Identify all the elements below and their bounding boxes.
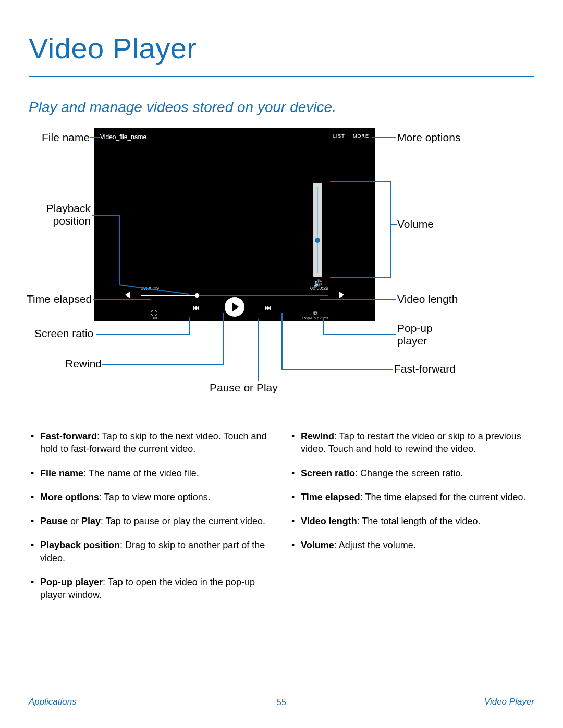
leader-line — [189, 317, 190, 335]
callout-screen-ratio: Screen ratio — [34, 327, 93, 340]
time-total-text: 00:00:29 — [310, 286, 328, 291]
bullet-item: Video length: The total length of the vi… — [289, 515, 529, 527]
leader-line — [390, 181, 391, 278]
leader-line — [96, 334, 190, 335]
callout-playback-position: Playback position — [44, 202, 91, 227]
leader-line — [223, 313, 224, 365]
bullet-item: Fast-forward: Tap to skip to the next vi… — [29, 430, 268, 455]
leader-line — [330, 277, 391, 278]
callout-rewind: Rewind — [65, 357, 102, 370]
leader-line — [258, 319, 259, 381]
callout-pause-play: Pause or Play — [210, 381, 278, 394]
top-right-buttons: LIST MORE — [327, 133, 369, 139]
progress-fill — [141, 295, 197, 296]
leader-line — [102, 364, 224, 365]
volume-thumb[interactable] — [315, 238, 320, 243]
bullet-item: Volume: Adjust the volume. — [289, 539, 529, 551]
more-button[interactable]: MORE — [353, 133, 369, 139]
title-divider — [29, 76, 534, 77]
next-chapter-icon[interactable] — [339, 292, 344, 298]
popup-player-label: Pop-up player — [296, 316, 335, 320]
callout-file-name: File name — [42, 131, 90, 144]
callout-video-length: Video length — [397, 293, 458, 305]
video-player-screenshot: Video_file_name LIST MORE 🔊 00:00:09 00:… — [94, 128, 375, 321]
prev-chapter-icon[interactable] — [125, 292, 130, 298]
footer-page-number: 55 — [0, 698, 563, 707]
leader-line — [330, 181, 391, 182]
page-title: Video Player — [29, 31, 197, 65]
leader-line — [323, 334, 396, 335]
callout-fast-forward: Fast-forward — [394, 363, 456, 375]
leader-line — [323, 317, 324, 335]
leader-line — [320, 299, 396, 300]
progress-bar[interactable] — [141, 295, 328, 296]
play-pause-button[interactable] — [225, 297, 244, 317]
bullet-item: Rewind: Tap to restart the video or skip… — [289, 430, 529, 455]
bullet-item: Pause or Play: Tap to pause or play the … — [29, 515, 268, 527]
bullet-columns: Fast-forward: Tap to skip to the next vi… — [29, 430, 534, 613]
footer-topic: Video Player — [484, 697, 534, 707]
bullet-col-right: Rewind: Tap to restart the video or skip… — [289, 430, 529, 613]
progress-thumb[interactable] — [195, 293, 199, 298]
leader-line — [390, 224, 397, 225]
leader-line — [282, 313, 283, 370]
bottom-row: ⏮ ⏭ ⛶ Full ⧉ Pop-up player — [94, 299, 375, 317]
page-root: Video Player Play and manage videos stor… — [0, 0, 563, 728]
callout-more-options: More options — [397, 131, 460, 144]
leader-line — [119, 215, 120, 284]
list-button[interactable]: LIST — [333, 133, 345, 139]
bullet-item: Playback position: Drag to skip to anoth… — [29, 539, 268, 564]
bullet-item: More options: Tap to view more options. — [29, 491, 268, 503]
screen-ratio-label: Full — [142, 316, 166, 320]
fast-forward-button[interactable]: ⏭ — [264, 303, 270, 312]
rewind-button[interactable]: ⏮ — [193, 303, 199, 312]
bullet-item: Pop-up player: Tap to open the video in … — [29, 576, 268, 601]
volume-track — [317, 187, 318, 273]
bullet-col-left: Fast-forward: Tap to skip to the next vi… — [29, 430, 268, 613]
leader-line — [372, 137, 396, 138]
bullet-item: Time elapsed: The time elapsed for the c… — [289, 491, 529, 503]
video-file-name: Video_file_name — [100, 133, 146, 141]
controls-bar: 00:00:09 00:00:29 ⏮ ⏭ ⛶ Full ⧉ Pop-up pl… — [94, 290, 375, 321]
leader-line — [282, 369, 393, 370]
bullet-item: Screen ratio: Change the screen ratio. — [289, 467, 529, 479]
volume-slider[interactable] — [313, 183, 322, 277]
leader-line — [90, 137, 100, 138]
leader-line — [92, 215, 120, 216]
leader-line — [93, 299, 151, 300]
callout-popup-player: Pop-up player — [397, 322, 433, 347]
callout-time-elapsed: Time elapsed — [27, 293, 92, 305]
bullet-item: File name: The name of the video file. — [29, 467, 268, 479]
callout-volume: Volume — [397, 218, 434, 230]
page-subtitle: Play and manage videos stored on your de… — [29, 99, 336, 116]
